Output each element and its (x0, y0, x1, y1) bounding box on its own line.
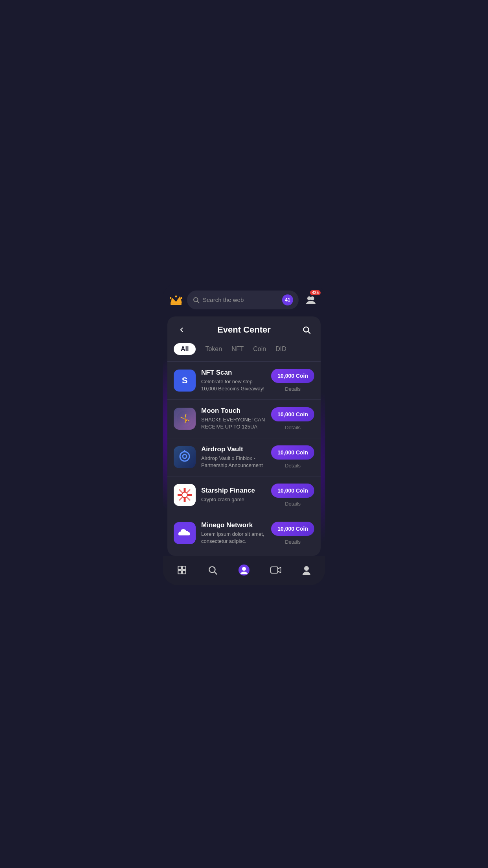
event-actions-nft-scan: 10,000 Coin Details (271, 369, 314, 392)
page-title: Event Center (188, 325, 300, 335)
event-info-airdrop-vault: Airdrop Vault Airdrop Vault x Finblox -P… (201, 445, 266, 469)
svg-rect-1 (171, 303, 182, 305)
svg-rect-25 (182, 566, 186, 570)
tab-all[interactable]: All (174, 343, 196, 355)
svg-point-33 (304, 566, 309, 571)
svg-text:🤸: 🤸 (180, 414, 190, 424)
details-link-nft-scan[interactable]: Details (285, 386, 301, 392)
coin-button-minego-network[interactable]: 10,000 Coin (271, 522, 314, 536)
top-bar: Search the web 41 425 (163, 283, 325, 314)
event-desc-starship-finance: Crypto crash game (201, 496, 266, 503)
tab-did[interactable]: DID (275, 343, 286, 355)
svg-point-31 (242, 567, 246, 571)
filter-tabs: All Token NFT Coin DID (167, 342, 321, 361)
nav-avatar[interactable] (232, 563, 256, 577)
back-button[interactable] (175, 324, 188, 336)
nav-video[interactable] (264, 564, 288, 576)
event-info-minego-network: Minego Network Lorem ipsum dolor sit ame… (201, 521, 266, 545)
svg-rect-26 (178, 570, 182, 574)
details-link-minego-network[interactable]: Details (285, 539, 301, 545)
event-info-nft-scan: NFT Scan Celebrate for new step10,000 Be… (201, 369, 266, 392)
event-logo-airdrop-vault (174, 446, 196, 468)
details-link-starship-finance[interactable]: Details (285, 501, 301, 507)
home-icon (177, 565, 187, 575)
event-name-nft-scan: NFT Scan (201, 369, 266, 377)
details-link-airdrop-vault[interactable]: Details (285, 463, 301, 469)
nft-scan-logo-letter: S (182, 375, 188, 386)
svg-rect-32 (271, 567, 278, 573)
event-logo-nft-scan: S (174, 370, 196, 392)
event-desc-nft-scan: Celebrate for new step10,000 Beecoins Gi… (201, 378, 266, 392)
search-placeholder: Search the web (203, 296, 279, 303)
event-name-starship-finance: Starship Finance (201, 487, 266, 495)
event-name-airdrop-vault: Airdrop Vault (201, 445, 266, 453)
svg-line-29 (215, 572, 216, 574)
event-logo-moon-touch: 🤸 (174, 408, 196, 430)
svg-point-2 (170, 297, 172, 299)
main-card: Event Center All Token NFT Coin DID (167, 316, 321, 556)
crown-icon (169, 293, 183, 307)
nav-search[interactable] (201, 563, 224, 577)
event-logo-minego-network (174, 522, 196, 544)
event-item-minego-network: Minego Network Lorem ipsum dolor sit ame… (167, 514, 321, 552)
svg-rect-24 (178, 566, 182, 570)
event-info-moon-touch: Moon Touch SHACK!! EVERYONE! CANRECEIVE … (201, 407, 266, 430)
event-name-minego-network: Minego Network (201, 521, 266, 529)
event-desc-moon-touch: SHACK!! EVERYONE! CANRECEIVE UP TO 125UA (201, 416, 266, 430)
avatar-nav-icon (238, 564, 250, 576)
header-search-button[interactable] (300, 324, 313, 336)
search-bar[interactable]: Search the web 41 (187, 291, 299, 309)
tab-nft[interactable]: NFT (231, 343, 244, 355)
phone-frame: Search the web 41 425 (163, 283, 325, 586)
svg-marker-0 (171, 296, 182, 303)
coin-button-moon-touch[interactable]: 10,000 Coin (271, 407, 314, 421)
event-item-airdrop-vault: Airdrop Vault Airdrop Vault x Finblox -P… (167, 438, 321, 476)
tab-token[interactable]: Token (205, 343, 222, 355)
event-actions-minego-network: 10,000 Coin Details (271, 522, 314, 545)
svg-point-4 (181, 297, 183, 299)
event-actions-starship-finance: 10,000 Coin Details (271, 484, 314, 507)
svg-rect-13 (174, 446, 196, 468)
search-nav-icon (207, 565, 218, 575)
avatar-button[interactable]: 425 (303, 292, 319, 308)
event-name-moon-touch: Moon Touch (201, 407, 266, 415)
svg-point-9 (304, 327, 309, 332)
event-item-moon-touch: 🤸 Moon Touch SHACK!! EVERYONE! CANRECEIV… (167, 400, 321, 438)
search-badge: 41 (282, 294, 293, 305)
svg-point-5 (194, 298, 198, 302)
phone-content: Search the web 41 425 (163, 283, 325, 586)
svg-point-22 (182, 492, 187, 498)
bottom-nav (163, 556, 325, 585)
profile-icon (302, 565, 311, 575)
coin-button-nft-scan[interactable]: 10,000 Coin (271, 369, 314, 383)
svg-rect-27 (182, 570, 186, 574)
coin-button-starship-finance[interactable]: 10,000 Coin (271, 484, 314, 498)
event-desc-minego-network: Lorem ipsum dolor sit amet,consectetur a… (201, 531, 266, 545)
svg-point-3 (175, 295, 177, 297)
event-actions-moon-touch: 10,000 Coin Details (271, 407, 314, 430)
coin-button-airdrop-vault[interactable]: 10,000 Coin (271, 445, 314, 460)
tab-coin[interactable]: Coin (253, 343, 266, 355)
notification-badge: 425 (310, 290, 321, 295)
event-desc-airdrop-vault: Airdrop Vault x Finblox -Partnership Ann… (201, 455, 266, 469)
nav-profile[interactable] (295, 563, 317, 577)
event-logo-starship-finance (174, 484, 196, 506)
svg-line-10 (308, 331, 310, 333)
event-info-starship-finance: Starship Finance Crypto crash game (201, 487, 266, 503)
event-list: S NFT Scan Celebrate for new step10,000 … (167, 362, 321, 556)
event-item-nft-scan: S NFT Scan Celebrate for new step10,000 … (167, 362, 321, 400)
svg-line-6 (198, 302, 199, 303)
event-actions-airdrop-vault: 10,000 Coin Details (271, 445, 314, 469)
svg-point-28 (209, 567, 215, 573)
video-icon (270, 565, 281, 575)
svg-point-8 (310, 296, 314, 300)
nav-home[interactable] (171, 563, 193, 577)
details-link-moon-touch[interactable]: Details (285, 425, 301, 430)
event-header: Event Center (167, 316, 321, 342)
event-item-starship-finance: Starship Finance Crypto crash game 10,00… (167, 476, 321, 514)
